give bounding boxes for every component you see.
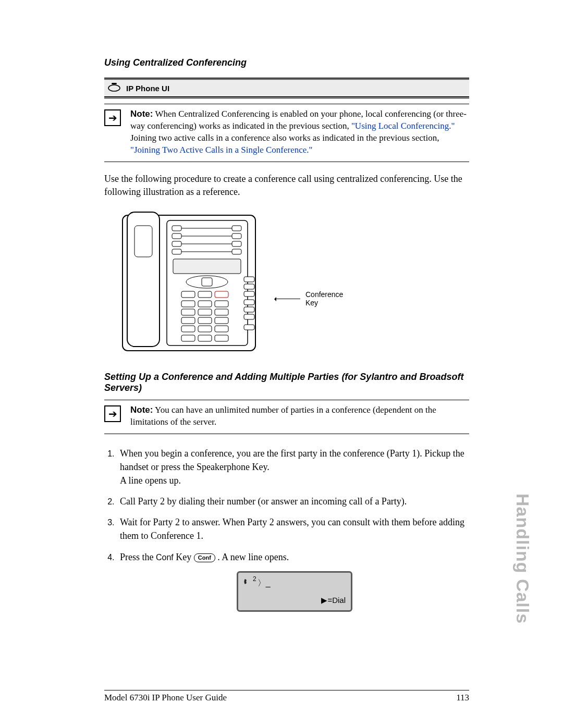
callout-line1: Conference [305,290,343,299]
arrow-icon: ➔ [104,405,121,422]
rule-bottom [104,96,469,98]
procedure-list: When you begin a conference, you are the… [104,447,469,612]
svg-rect-24 [244,300,254,305]
phone-figure: Conference Key [120,210,469,356]
svg-rect-6 [172,226,181,231]
svg-rect-42 [215,326,228,332]
step-3: Wait for Party 2 to answer. When Party 2… [117,515,469,542]
step-4: Press the Conf Key Conf . A new line ope… [117,550,469,612]
note-block-2: ➔ Note: You can have an unlimited number… [104,400,469,434]
svg-rect-13 [232,249,241,254]
ip-phone-ui-bar: IP Phone UI [104,80,469,96]
section-heading: Using Centralized Conferencing [104,57,469,68]
page-footer: Model 6730i IP Phone User Guide 113 [104,690,469,703]
svg-rect-38 [198,317,212,324]
callout-arrow-icon [275,299,300,299]
svg-rect-39 [215,317,228,324]
step4-a: Press the [120,552,156,562]
svg-rect-21 [244,277,254,282]
handset-icon [243,577,252,589]
phone-ui-icon [107,82,121,94]
arrow-icon: ➔ [104,109,121,126]
conf-key-label: Conf [156,553,174,562]
svg-rect-20 [202,278,212,286]
svg-rect-43 [181,335,195,341]
note1-link1[interactable]: "Using Local Conferencing." [351,121,455,131]
svg-rect-27 [244,325,254,330]
svg-rect-30 [215,291,228,298]
svg-rect-10 [172,241,181,246]
svg-rect-37 [181,317,195,324]
note1-text: Note: When Centralized Conferencing is e… [130,108,469,156]
svg-rect-18 [173,259,241,274]
svg-rect-44 [198,335,212,341]
conference-key-callout: Conference Key [275,290,343,307]
svg-rect-11 [232,241,241,246]
svg-rect-45 [215,335,228,341]
subsection-heading: Setting Up a Conference and Adding Multi… [104,372,469,393]
step1-a: When you begin a conference, you are the… [120,448,464,472]
lcd-dial-prompt: ▶=Dial [321,595,346,606]
ip-bar-label: IP Phone UI [126,84,169,93]
svg-rect-31 [181,301,195,307]
note1-label: Note: [130,109,153,119]
phone-illustration [120,210,266,356]
lcd-caret: 〉_ [258,577,271,589]
step1-b: A line opens up. [120,475,181,486]
svg-rect-32 [198,301,212,307]
svg-rect-4 [134,226,152,257]
conf-button-icon: Conf [194,553,215,562]
step-2: Call Party 2 by dialing their number (or… [117,495,469,508]
svg-rect-40 [181,326,195,332]
step-1: When you begin a conference, you are the… [117,447,469,487]
note1-link2[interactable]: "Joining Two Active Calls in a Single Co… [130,145,313,155]
chapter-tab: Handling Calls [512,493,533,624]
page-number: 113 [456,693,469,703]
svg-rect-1 [112,83,117,84]
note2-label: Note: [130,405,153,415]
svg-rect-23 [244,291,254,297]
svg-rect-35 [198,309,212,315]
lcd-display: 2 〉_ ▶=Dial [237,571,352,612]
lcd-line-number: 2 [253,575,256,584]
note-block-1: ➔ Note: When Centralized Conferencing is… [104,104,469,162]
callout-line2: Key [305,299,343,307]
footer-title: Model 6730i IP Phone User Guide [104,693,227,703]
note2-body: You can have an unlimited number of part… [130,405,436,427]
svg-rect-34 [181,309,195,315]
svg-rect-12 [172,249,181,254]
svg-rect-22 [244,284,254,289]
note2-text: Note: You can have an unlimited number o… [130,404,469,428]
step4-c: . A new line opens. [215,552,289,562]
svg-rect-25 [244,307,254,312]
svg-rect-8 [172,233,181,239]
svg-rect-7 [232,226,241,231]
svg-rect-29 [198,291,212,298]
svg-rect-33 [215,301,228,307]
svg-rect-41 [198,326,212,332]
svg-point-0 [108,85,120,91]
step4-b: Key [174,552,194,562]
svg-rect-36 [215,309,228,315]
note1-b: Joining two active calls in a conference… [130,133,439,143]
body-paragraph: Use the following procedure to create a … [104,172,469,199]
svg-rect-26 [244,314,254,319]
svg-rect-28 [181,291,195,298]
svg-rect-9 [232,233,241,239]
